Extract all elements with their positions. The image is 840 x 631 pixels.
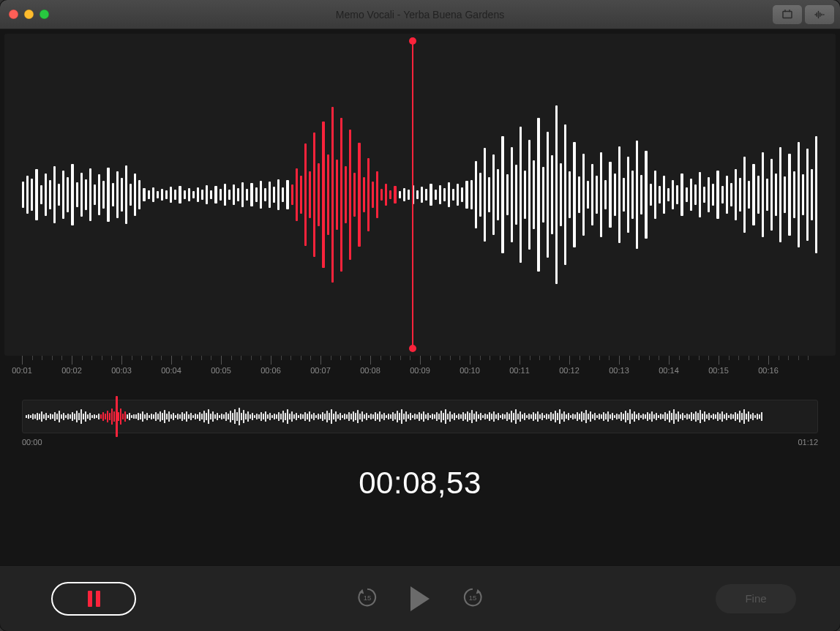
- waveform-bar: [551, 155, 553, 234]
- waveform-bar: [331, 107, 334, 283]
- overview-bar: [337, 414, 339, 419]
- waveform-main[interactable]: [4, 34, 836, 356]
- play-button[interactable]: [410, 586, 430, 611]
- overview-bar: [107, 411, 108, 422]
- overview-bar: [313, 413, 315, 420]
- overview-bar: [287, 409, 288, 424]
- overview-bar: [39, 414, 40, 419]
- overview-bar: [383, 413, 385, 420]
- skip-forward-button[interactable]: 15: [460, 585, 485, 613]
- overview-bar: [432, 414, 433, 419]
- overview-bar: [386, 415, 387, 418]
- overview-bar: [307, 414, 308, 419]
- overview-bar: [754, 415, 756, 418]
- overview-bar: [278, 412, 280, 421]
- overview-bar: [366, 413, 367, 420]
- overview-bar: [177, 414, 179, 419]
- done-button[interactable]: Fine: [716, 584, 796, 613]
- overview-bar: [678, 411, 679, 422]
- overview-bar: [175, 415, 176, 418]
- waveform-bar: [220, 189, 222, 201]
- overview-bar: [212, 411, 214, 422]
- ruler-label: 00:09: [410, 366, 430, 375]
- waveform-bar: [327, 154, 329, 235]
- overview-bar: [614, 415, 615, 418]
- overview-bar: [83, 414, 84, 419]
- zoom-icon[interactable]: [40, 10, 49, 19]
- ruler-label: 00:05: [211, 366, 231, 375]
- overview-bar: [285, 413, 286, 420]
- waveform-bar: [35, 169, 37, 220]
- minimize-icon[interactable]: [24, 10, 34, 19]
- overview-bar: [221, 414, 222, 419]
- waveform-bar: [596, 176, 598, 214]
- overview-bar: [557, 413, 558, 420]
- overview-bar: [408, 414, 409, 419]
- waveform-bar: [703, 187, 705, 203]
- overview-bar: [304, 412, 306, 421]
- waveform-bar: [582, 154, 585, 236]
- overview-bar: [416, 414, 418, 419]
- enhance-icon: [813, 8, 826, 21]
- pause-icon: [88, 591, 100, 607]
- overview-bar: [122, 414, 124, 419]
- overview-bar: [72, 412, 73, 421]
- overview-bar: [719, 414, 721, 419]
- overview-bar: [634, 411, 635, 422]
- waveform-bar: [542, 167, 544, 223]
- overview-bar: [256, 414, 258, 419]
- overview-bar: [759, 414, 760, 419]
- overview-bar: [552, 414, 554, 419]
- playhead[interactable]: [412, 41, 413, 348]
- waveform-bar: [170, 187, 172, 203]
- ruler-label: 00:13: [609, 366, 629, 375]
- titlebar[interactable]: Memo Vocali - Yerba Buena Gardens: [0, 0, 840, 29]
- overview-bar: [717, 412, 719, 421]
- overview-bar: [484, 414, 486, 419]
- waveform-bar: [640, 175, 642, 214]
- waveform-bar: [743, 157, 746, 233]
- waveform-bar: [157, 191, 159, 198]
- overview-bar: [245, 414, 247, 419]
- waveform-bar: [672, 180, 674, 209]
- overview-bar: [627, 413, 629, 420]
- overview-bar: [179, 414, 181, 419]
- record-pause-button[interactable]: [51, 582, 136, 616]
- time-ruler[interactable]: 00:0100:0200:0300:0400:0500:0600:0700:08…: [4, 356, 836, 382]
- waveform-bar: [623, 178, 625, 212]
- skip-back-button[interactable]: 15: [355, 585, 380, 613]
- trim-button[interactable]: [773, 5, 802, 24]
- overview-bar: [43, 414, 45, 419]
- overview-bar: [594, 413, 596, 420]
- waveform-bar: [161, 189, 163, 201]
- waveform-bar: [452, 189, 454, 201]
- enhance-button[interactable]: [805, 5, 834, 24]
- close-icon[interactable]: [9, 10, 18, 19]
- waveform-bar: [273, 187, 275, 203]
- overview-bar: [243, 410, 244, 423]
- overview-bar: [456, 415, 457, 418]
- overview-bar: [697, 413, 699, 420]
- waveform-bar: [600, 152, 602, 237]
- overview-bar: [302, 414, 304, 419]
- overview-bar: [563, 411, 565, 422]
- overview-playhead[interactable]: [116, 396, 118, 437]
- overview-bar: [87, 414, 89, 419]
- overview-bar: [184, 414, 185, 419]
- waveform-bar: [241, 182, 244, 207]
- waveform-bar: [497, 169, 499, 220]
- waveform-bar: [107, 168, 109, 222]
- overview-bar: [74, 414, 75, 419]
- waveform-overview[interactable]: [22, 400, 818, 433]
- overview-bar: [449, 411, 451, 422]
- waveform-bar: [192, 191, 195, 198]
- overview-bar: [399, 413, 400, 420]
- ruler-label: 00:16: [758, 366, 779, 375]
- overview-bar: [590, 411, 591, 422]
- overview-bar: [309, 411, 310, 422]
- overview-bar: [708, 413, 710, 420]
- overview-bar: [208, 409, 209, 424]
- overview-bar: [680, 414, 681, 419]
- waveform-bar: [165, 190, 168, 199]
- overview-bar: [94, 414, 95, 419]
